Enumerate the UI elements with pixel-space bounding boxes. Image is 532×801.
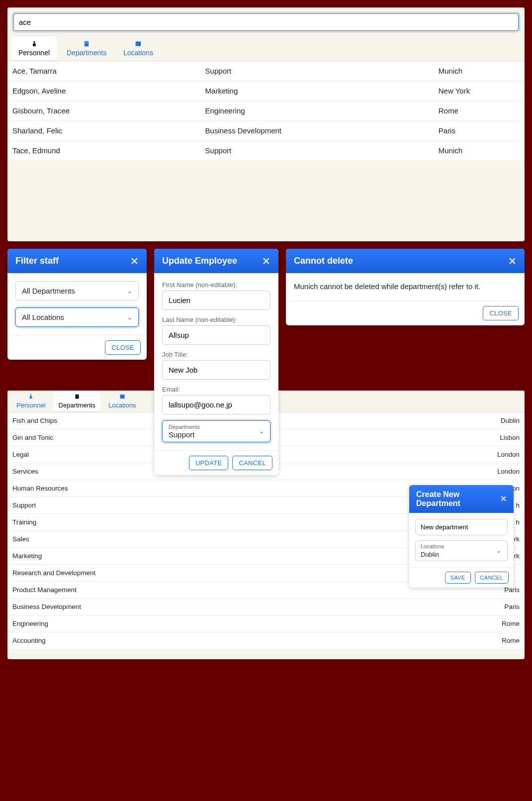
tab-personnel[interactable]: Personnel bbox=[11, 391, 51, 412]
tab-label: Departments bbox=[67, 49, 106, 57]
row-name: Gin and Tonic bbox=[12, 434, 53, 441]
tab-label: Personnel bbox=[16, 401, 46, 409]
row-name: Sharland, Felic bbox=[12, 126, 205, 135]
search-wrap bbox=[7, 7, 525, 37]
update-title: Update Employee bbox=[162, 256, 237, 266]
table-row[interactable]: Tace, EdmundSupportMunich bbox=[7, 141, 525, 161]
row-name: Accounting bbox=[12, 637, 46, 644]
svg-rect-1 bbox=[85, 41, 89, 47]
error-title: Cannot delete bbox=[294, 256, 353, 266]
update-dept-select[interactable]: Departments Support ⌄ bbox=[162, 420, 270, 442]
update-dept-value: Support bbox=[169, 430, 195, 439]
error-close-button[interactable]: CLOSE bbox=[483, 306, 519, 320]
table-row[interactable]: Gisbourn, TraceeEngineeringRome bbox=[7, 101, 525, 121]
table-row[interactable]: Sharland, FelicBusiness DevelopmentParis bbox=[7, 121, 525, 141]
table-row[interactable]: Edgson, AvelineMarketingNew York bbox=[7, 81, 525, 101]
svg-rect-2 bbox=[86, 42, 86, 43]
person-icon bbox=[27, 393, 35, 400]
job-title-label: Job Title: bbox=[162, 351, 270, 358]
row-name: Edgson, Aveline bbox=[12, 87, 205, 95]
filter-dept-value: All Departments bbox=[22, 287, 75, 295]
svg-rect-8 bbox=[76, 395, 77, 396]
row-name: Training bbox=[12, 518, 36, 526]
error-modal: Cannot delete ✕ Munich cannot be deleted… bbox=[286, 249, 525, 325]
tab-label: Locations bbox=[123, 49, 153, 57]
row-loc: Munich bbox=[439, 146, 520, 155]
svg-point-6 bbox=[30, 395, 32, 396]
first-name-field bbox=[162, 291, 270, 310]
personnel-table: Ace, TamarraSupportMunichEdgson, Aveline… bbox=[7, 61, 525, 161]
job-title-field[interactable] bbox=[162, 360, 270, 380]
row-loc: Lisbon bbox=[500, 434, 520, 441]
filter-close-button[interactable]: CLOSE bbox=[105, 340, 141, 355]
tab-departments[interactable]: Departments bbox=[60, 37, 113, 61]
personnel-panel: Personnel Departments Locations Ace, Tam… bbox=[7, 7, 525, 241]
row-loc: Rome bbox=[502, 620, 520, 627]
row-name: Support bbox=[12, 501, 36, 509]
chevron-down-icon: ⌄ bbox=[127, 314, 132, 321]
svg-rect-7 bbox=[75, 395, 79, 399]
row-loc: Paris bbox=[504, 603, 520, 610]
mid-row: Filter staff ✕ All Departments ⌄ All Loc… bbox=[7, 249, 525, 383]
close-icon[interactable]: ✕ bbox=[262, 256, 270, 266]
new-dept-name-field[interactable] bbox=[415, 519, 508, 535]
map-icon bbox=[118, 393, 126, 400]
filter-loc-select[interactable]: All Locations ⌄ bbox=[15, 307, 139, 327]
row-dept: Support bbox=[205, 146, 439, 155]
email-field[interactable] bbox=[162, 395, 270, 414]
tabs: Personnel Departments Locations bbox=[7, 37, 525, 61]
svg-rect-9 bbox=[78, 395, 78, 396]
update-button[interactable]: UPDATE bbox=[189, 456, 229, 470]
tab-locations[interactable]: Locations bbox=[116, 37, 160, 61]
search-input[interactable] bbox=[13, 13, 519, 31]
row-dept: Business Development bbox=[205, 126, 439, 135]
row-name: Ace, Tamarra bbox=[12, 67, 205, 75]
tab-personnel[interactable]: Personnel bbox=[11, 37, 57, 61]
close-icon[interactable]: ✕ bbox=[500, 495, 507, 503]
building-icon bbox=[83, 40, 90, 48]
row-loc: New York bbox=[439, 87, 520, 95]
new-dept-loc-select[interactable]: Locations Dublin ⌄ bbox=[415, 540, 508, 561]
table-row[interactable]: EngineeringRome bbox=[7, 615, 525, 632]
row-loc: Dublin bbox=[501, 417, 520, 424]
save-button[interactable]: SAVE bbox=[445, 572, 471, 584]
svg-point-0 bbox=[33, 41, 35, 43]
close-icon[interactable]: ✕ bbox=[130, 256, 139, 266]
person-icon bbox=[30, 40, 38, 48]
filter-title: Filter staff bbox=[15, 256, 59, 266]
tab-label: Locations bbox=[108, 401, 136, 409]
row-loc: Rome bbox=[502, 637, 520, 644]
close-icon[interactable]: ✕ bbox=[508, 256, 517, 266]
tab-label: Personnel bbox=[18, 49, 50, 57]
last-name-field bbox=[162, 325, 270, 345]
row-name: Tace, Edmund bbox=[12, 146, 205, 155]
create-header: Create New Department ✕ bbox=[409, 485, 514, 513]
row-name: Legal bbox=[12, 451, 29, 458]
first-name-label: First Name (non-editable): bbox=[162, 281, 270, 289]
row-loc: Rome bbox=[439, 106, 520, 115]
loc-mini-label: Locations bbox=[421, 543, 502, 549]
tab-label: Departments bbox=[59, 401, 95, 409]
table-row[interactable]: AccountingRome bbox=[7, 632, 525, 649]
row-name: Marketing bbox=[12, 552, 42, 560]
tab-departments[interactable]: Departments bbox=[54, 391, 100, 412]
filter-dept-select[interactable]: All Departments ⌄ bbox=[15, 281, 139, 300]
error-body: Munich cannot be deleted while departmen… bbox=[286, 273, 525, 300]
table-row[interactable]: Ace, TamarraSupportMunich bbox=[7, 61, 525, 81]
row-dept: Support bbox=[205, 67, 439, 75]
row-name: Product Management bbox=[12, 586, 77, 594]
row-loc: h bbox=[516, 501, 520, 509]
dept-mini-label: Departments bbox=[169, 424, 264, 430]
row-name: Gisbourn, Tracee bbox=[12, 106, 205, 115]
cancel-button[interactable]: CANCEL bbox=[475, 572, 509, 584]
error-header: Cannot delete ✕ bbox=[286, 249, 525, 273]
svg-rect-4 bbox=[86, 43, 86, 44]
tab-locations[interactable]: Locations bbox=[103, 391, 141, 412]
cancel-button[interactable]: CANCEL bbox=[232, 456, 272, 470]
row-loc: London bbox=[497, 468, 520, 475]
row-loc: Paris bbox=[439, 126, 520, 135]
map-icon bbox=[134, 40, 142, 48]
table-row[interactable]: Business DevelopmentParis bbox=[7, 599, 525, 615]
new-dept-loc-value: Dublin bbox=[421, 551, 439, 558]
update-header: Update Employee ✕ bbox=[154, 249, 278, 273]
